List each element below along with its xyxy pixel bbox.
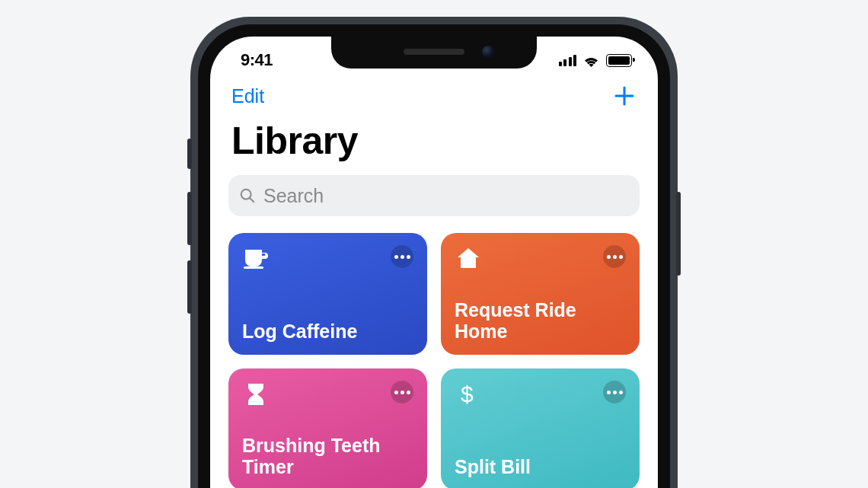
tile-label: Log Caffeine xyxy=(242,321,413,343)
battery-icon xyxy=(606,54,632,67)
side-button xyxy=(676,192,681,276)
search-icon xyxy=(239,187,256,204)
status-time: 9:41 xyxy=(241,50,273,70)
svg-text:$: $ xyxy=(461,381,474,407)
volume-down-button xyxy=(187,260,192,314)
svg-line-1 xyxy=(250,198,254,202)
add-button[interactable] xyxy=(612,84,637,108)
edit-button[interactable]: Edit xyxy=(231,85,264,107)
shortcut-tile-brushing-teeth-timer[interactable]: Brushing Teeth Timer xyxy=(228,368,427,488)
speaker-grille xyxy=(404,49,464,55)
cellular-icon xyxy=(559,54,577,66)
tile-more-button[interactable] xyxy=(603,245,626,268)
tile-more-button[interactable] xyxy=(391,245,413,268)
mute-switch xyxy=(187,139,192,169)
phone-frame: 9:41 Edit xyxy=(190,17,678,488)
stage: 9:41 Edit xyxy=(0,0,868,488)
phone-bezel: 9:41 Edit xyxy=(198,24,670,488)
shortcut-grid: Log Caffeine Request Ride Home xyxy=(210,216,658,488)
volume-up-button xyxy=(187,192,192,245)
tile-label: Request Ride Home xyxy=(455,299,626,343)
search-field[interactable]: Search xyxy=(228,175,640,216)
dollar-icon: $ xyxy=(455,381,482,408)
tile-more-button[interactable] xyxy=(391,381,413,403)
hourglass-icon xyxy=(242,381,270,408)
cup-icon xyxy=(242,245,270,273)
tile-more-button[interactable] xyxy=(603,381,626,403)
tile-label: Brushing Teeth Timer xyxy=(242,435,413,479)
notch xyxy=(331,37,537,69)
svg-rect-2 xyxy=(244,266,263,269)
home-icon xyxy=(455,245,482,273)
wifi-icon xyxy=(582,54,600,67)
page-title: Library xyxy=(210,108,658,171)
screen: 9:41 Edit xyxy=(210,37,658,488)
search-placeholder: Search xyxy=(263,185,324,207)
shortcut-tile-split-bill[interactable]: $ Split Bill xyxy=(441,368,640,488)
shortcut-tile-request-ride-home[interactable]: Request Ride Home xyxy=(441,233,640,355)
tile-label: Split Bill xyxy=(455,456,626,478)
shortcut-tile-log-caffeine[interactable]: Log Caffeine xyxy=(228,233,427,355)
status-icons xyxy=(559,54,633,67)
navbar: Edit xyxy=(210,79,658,108)
front-camera xyxy=(482,46,494,58)
plus-icon xyxy=(612,84,637,108)
